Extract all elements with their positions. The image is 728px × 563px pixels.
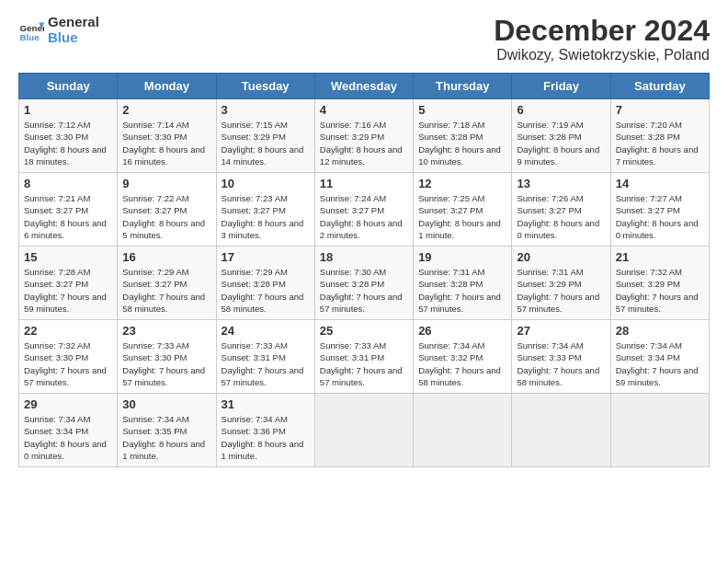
day-info: Sunrise: 7:28 AMSunset: 3:27 PMDaylight:… (24, 266, 112, 315)
day-number: 29 (24, 397, 112, 411)
day-number: 25 (320, 324, 408, 338)
day-number: 3 (222, 103, 310, 117)
day-number: 7 (616, 103, 704, 117)
day-number: 17 (222, 250, 310, 264)
day-info: Sunrise: 7:34 AMSunset: 3:34 PMDaylight:… (616, 339, 704, 388)
day-info: Sunrise: 7:32 AMSunset: 3:30 PMDaylight:… (24, 339, 112, 388)
day-number: 10 (222, 177, 310, 190)
week-row-2: 8Sunrise: 7:21 AMSunset: 3:27 PMDaylight… (19, 173, 710, 247)
day-info: Sunrise: 7:34 AMSunset: 3:36 PMDaylight:… (222, 413, 310, 462)
col-header-saturday: Saturday (610, 74, 709, 99)
calendar-cell: 8Sunrise: 7:21 AMSunset: 3:27 PMDaylight… (19, 173, 118, 247)
calendar-cell: 4Sunrise: 7:16 AMSunset: 3:29 PMDaylight… (314, 99, 413, 173)
calendar-cell (414, 394, 512, 467)
col-header-tuesday: Tuesday (216, 74, 314, 99)
calendar-cell (610, 394, 709, 467)
day-number: 22 (24, 324, 112, 338)
calendar-cell: 26Sunrise: 7:34 AMSunset: 3:32 PMDayligh… (414, 320, 512, 394)
day-info: Sunrise: 7:34 AMSunset: 3:33 PMDaylight:… (517, 339, 605, 388)
day-info: Sunrise: 7:12 AMSunset: 3:30 PMDaylight:… (24, 119, 112, 167)
calendar-cell (314, 394, 413, 467)
calendar-table: SundayMondayTuesdayWednesdayThursdayFrid… (18, 73, 710, 467)
day-info: Sunrise: 7:25 AMSunset: 3:27 PMDaylight:… (418, 192, 506, 241)
day-info: Sunrise: 7:23 AMSunset: 3:27 PMDaylight:… (222, 192, 310, 241)
page-subtitle: Dwikozy, Swietokrzyskie, Poland (494, 47, 710, 63)
day-number: 11 (320, 177, 408, 190)
day-info: Sunrise: 7:31 AMSunset: 3:29 PMDaylight:… (517, 266, 605, 315)
col-header-thursday: Thursday (414, 74, 512, 99)
calendar-cell: 14Sunrise: 7:27 AMSunset: 3:27 PMDayligh… (610, 173, 709, 247)
week-row-1: 1Sunrise: 7:12 AMSunset: 3:30 PMDaylight… (19, 99, 710, 173)
day-number: 6 (517, 103, 605, 117)
calendar-cell: 6Sunrise: 7:19 AMSunset: 3:28 PMDaylight… (512, 99, 610, 173)
calendar-cell: 11Sunrise: 7:24 AMSunset: 3:27 PMDayligh… (314, 173, 413, 247)
day-number: 21 (616, 250, 704, 264)
day-info: Sunrise: 7:33 AMSunset: 3:31 PMDaylight:… (320, 339, 408, 388)
calendar-cell: 31Sunrise: 7:34 AMSunset: 3:36 PMDayligh… (216, 394, 314, 467)
day-info: Sunrise: 7:18 AMSunset: 3:28 PMDaylight:… (418, 119, 506, 167)
day-number: 12 (418, 177, 506, 190)
calendar-cell: 21Sunrise: 7:32 AMSunset: 3:29 PMDayligh… (610, 247, 709, 320)
title-block: December 2024 Dwikozy, Swietokrzyskie, P… (494, 15, 710, 63)
calendar-cell: 3Sunrise: 7:15 AMSunset: 3:29 PMDaylight… (216, 99, 314, 173)
day-info: Sunrise: 7:27 AMSunset: 3:27 PMDaylight:… (616, 192, 704, 241)
day-number: 16 (122, 250, 210, 264)
day-info: Sunrise: 7:32 AMSunset: 3:29 PMDaylight:… (616, 266, 704, 315)
day-number: 5 (418, 103, 506, 117)
calendar-cell (512, 394, 610, 467)
calendar-cell: 25Sunrise: 7:33 AMSunset: 3:31 PMDayligh… (314, 320, 413, 394)
day-info: Sunrise: 7:34 AMSunset: 3:35 PMDaylight:… (122, 413, 210, 462)
day-info: Sunrise: 7:22 AMSunset: 3:27 PMDaylight:… (122, 192, 210, 241)
day-info: Sunrise: 7:16 AMSunset: 3:29 PMDaylight:… (320, 119, 408, 167)
calendar-cell: 16Sunrise: 7:29 AMSunset: 3:27 PMDayligh… (118, 247, 216, 320)
day-info: Sunrise: 7:30 AMSunset: 3:28 PMDaylight:… (320, 266, 408, 315)
week-row-3: 15Sunrise: 7:28 AMSunset: 3:27 PMDayligh… (19, 247, 710, 320)
calendar-cell: 13Sunrise: 7:26 AMSunset: 3:27 PMDayligh… (512, 173, 610, 247)
day-info: Sunrise: 7:19 AMSunset: 3:28 PMDaylight:… (517, 119, 605, 167)
day-info: Sunrise: 7:34 AMSunset: 3:34 PMDaylight:… (24, 413, 112, 462)
day-info: Sunrise: 7:24 AMSunset: 3:27 PMDaylight:… (320, 192, 408, 241)
svg-text:Blue: Blue (19, 32, 40, 42)
logo-icon: General Blue (18, 17, 44, 43)
logo: General Blue General Blue (18, 15, 99, 45)
col-header-friday: Friday (512, 74, 610, 99)
calendar-cell: 15Sunrise: 7:28 AMSunset: 3:27 PMDayligh… (19, 247, 118, 320)
calendar-cell: 27Sunrise: 7:34 AMSunset: 3:33 PMDayligh… (512, 320, 610, 394)
calendar-cell: 28Sunrise: 7:34 AMSunset: 3:34 PMDayligh… (610, 320, 709, 394)
day-info: Sunrise: 7:33 AMSunset: 3:30 PMDaylight:… (122, 339, 210, 388)
day-number: 1 (24, 103, 112, 117)
calendar-cell: 18Sunrise: 7:30 AMSunset: 3:28 PMDayligh… (314, 247, 413, 320)
day-info: Sunrise: 7:14 AMSunset: 3:30 PMDaylight:… (122, 119, 210, 167)
calendar-cell: 7Sunrise: 7:20 AMSunset: 3:28 PMDaylight… (610, 99, 709, 173)
day-info: Sunrise: 7:33 AMSunset: 3:31 PMDaylight:… (222, 339, 310, 388)
day-number: 2 (122, 103, 210, 117)
week-row-4: 22Sunrise: 7:32 AMSunset: 3:30 PMDayligh… (19, 320, 710, 394)
day-number: 30 (122, 397, 210, 411)
day-info: Sunrise: 7:26 AMSunset: 3:27 PMDaylight:… (517, 192, 605, 241)
day-number: 20 (517, 250, 605, 264)
calendar-cell: 2Sunrise: 7:14 AMSunset: 3:30 PMDaylight… (118, 99, 216, 173)
day-number: 24 (222, 324, 310, 338)
day-info: Sunrise: 7:20 AMSunset: 3:28 PMDaylight:… (616, 119, 704, 167)
col-header-monday: Monday (118, 74, 216, 99)
calendar-cell: 19Sunrise: 7:31 AMSunset: 3:28 PMDayligh… (414, 247, 512, 320)
day-info: Sunrise: 7:29 AMSunset: 3:27 PMDaylight:… (122, 266, 210, 315)
day-number: 28 (616, 324, 704, 338)
day-number: 19 (418, 250, 506, 264)
day-info: Sunrise: 7:29 AMSunset: 3:28 PMDaylight:… (222, 266, 310, 315)
calendar-cell: 30Sunrise: 7:34 AMSunset: 3:35 PMDayligh… (118, 394, 216, 467)
page-title: December 2024 (494, 15, 710, 47)
calendar-cell: 22Sunrise: 7:32 AMSunset: 3:30 PMDayligh… (19, 320, 118, 394)
week-row-5: 29Sunrise: 7:34 AMSunset: 3:34 PMDayligh… (19, 394, 710, 467)
day-number: 8 (24, 177, 112, 190)
calendar-cell: 12Sunrise: 7:25 AMSunset: 3:27 PMDayligh… (414, 173, 512, 247)
calendar-cell: 9Sunrise: 7:22 AMSunset: 3:27 PMDaylight… (118, 173, 216, 247)
calendar-cell: 29Sunrise: 7:34 AMSunset: 3:34 PMDayligh… (19, 394, 118, 467)
day-number: 13 (517, 177, 605, 190)
calendar-cell: 10Sunrise: 7:23 AMSunset: 3:27 PMDayligh… (216, 173, 314, 247)
day-info: Sunrise: 7:31 AMSunset: 3:28 PMDaylight:… (418, 266, 506, 315)
day-number: 27 (517, 324, 605, 338)
day-info: Sunrise: 7:21 AMSunset: 3:27 PMDaylight:… (24, 192, 112, 241)
col-header-wednesday: Wednesday (314, 74, 413, 99)
day-number: 31 (222, 397, 310, 411)
